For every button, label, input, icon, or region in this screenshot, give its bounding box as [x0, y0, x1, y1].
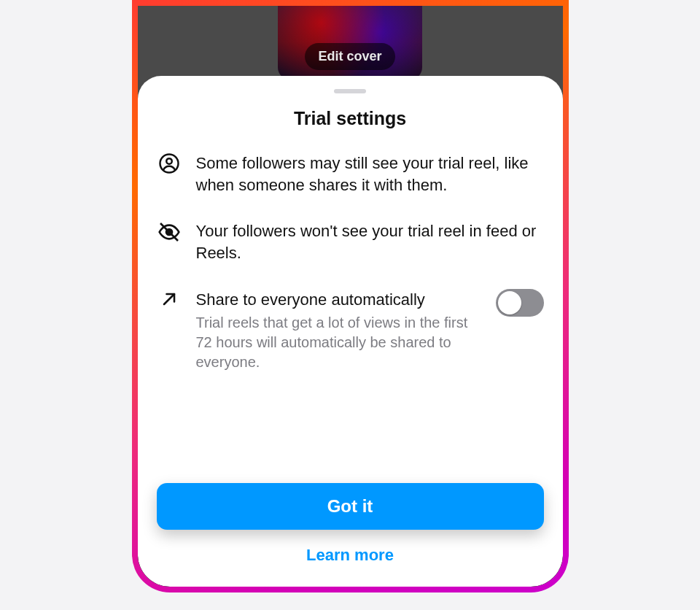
- info-row-followers-wont-see: Your followers won't see your trial reel…: [157, 220, 544, 263]
- eye-off-icon: [157, 220, 182, 245]
- learn-more-link[interactable]: Learn more: [157, 546, 544, 565]
- trial-settings-sheet: Trial settings Some followers may still …: [138, 76, 563, 587]
- info-row-text: Some followers may still see your trial …: [196, 152, 544, 196]
- edit-cover-label: Edit cover: [318, 49, 381, 63]
- sheet-title: Trial settings: [157, 108, 544, 129]
- svg-point-1: [166, 158, 172, 164]
- arrow-up-right-icon: [157, 289, 182, 314]
- person-circle-icon: [157, 152, 182, 177]
- page-background: Edit cover Trial settings Some foll: [0, 0, 700, 610]
- edit-cover-button[interactable]: Edit cover: [305, 43, 394, 70]
- toggle-knob: [498, 291, 521, 314]
- got-it-label: Got it: [327, 496, 373, 516]
- device-screen: Edit cover Trial settings Some foll: [138, 6, 563, 587]
- info-row-followers-may-see: Some followers may still see your trial …: [157, 152, 544, 196]
- setting-row-subtitle: Trial reels that get a lot of views in t…: [196, 313, 478, 372]
- cover-thumbnail: Edit cover: [278, 6, 422, 80]
- share-automatically-toggle[interactable]: [496, 289, 544, 317]
- info-row-text: Your followers won't see your trial reel…: [196, 220, 544, 263]
- svg-line-4: [164, 294, 174, 304]
- got-it-button[interactable]: Got it: [157, 483, 544, 530]
- setting-row-share-automatically: Share to everyone automatically Trial re…: [157, 289, 544, 373]
- learn-more-label: Learn more: [306, 546, 394, 564]
- sheet-grabber[interactable]: [334, 89, 366, 93]
- setting-row-title: Share to everyone automatically: [196, 289, 478, 311]
- device-frame: Edit cover Trial settings Some foll: [132, 0, 569, 592]
